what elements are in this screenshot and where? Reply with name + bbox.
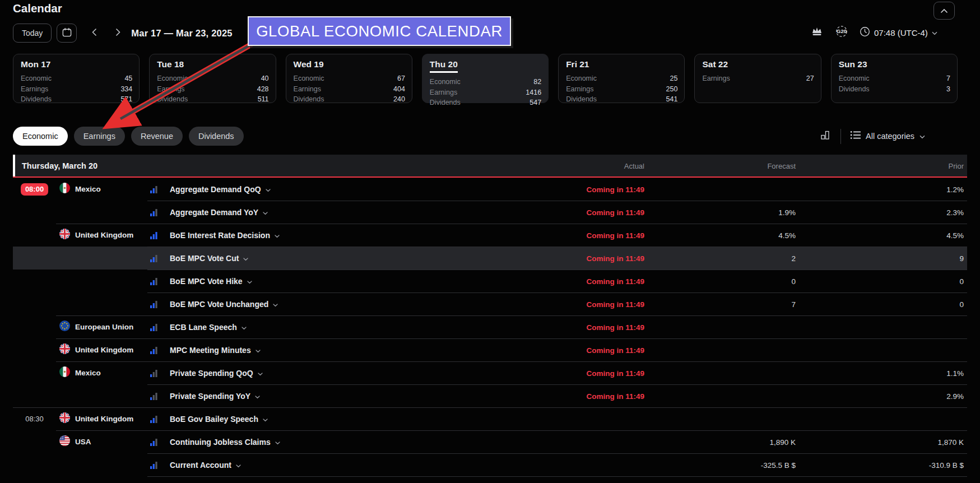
event-row[interactable]: 08:00MexicoAggregate Demand QoQComing in…	[13, 178, 967, 201]
event-name: Aggregate Demand QoQ	[170, 185, 261, 194]
region-filter-button[interactable]: G20	[834, 24, 849, 41]
importance-icon	[147, 300, 170, 308]
stat-value: 1416	[526, 87, 541, 98]
week-strip: Mon 17Economic45Earnings334Dividends571T…	[13, 54, 958, 103]
chevron-down-icon[interactable]	[273, 299, 278, 309]
event-row[interactable]: European UnionECB Lane SpeechComing in 1…	[13, 315, 967, 338]
chevron-down-icon[interactable]	[275, 437, 280, 447]
day-card-mon-17[interactable]: Mon 17Economic45Earnings334Dividends571	[13, 54, 140, 103]
chevron-down-icon[interactable]	[256, 345, 261, 355]
event-row[interactable]: BoE MPC Vote CutComing in 11:4929	[13, 247, 967, 270]
flag-usa-icon	[59, 435, 70, 448]
time-badge: 08:00	[21, 183, 48, 196]
stat-label: Economic	[294, 73, 324, 84]
country-cell: Mexico	[56, 183, 147, 196]
forecast-value: 7	[791, 300, 796, 308]
country-cell: European Union	[56, 321, 147, 333]
event-row[interactable]: 08:30United KingdomBoE Gov Bailey Speech	[13, 407, 967, 430]
stat-value: 240	[393, 94, 405, 105]
day-card-tue-18[interactable]: Tue 18Economic40Earnings428Dividends511	[149, 54, 276, 103]
filter-chip-economic[interactable]: Economic	[13, 127, 68, 146]
day-card-stat: Earnings334	[21, 84, 132, 95]
importance-icon	[147, 231, 170, 239]
chevron-down-icon	[932, 27, 937, 38]
country-cell: USA	[56, 435, 147, 448]
calendar-picker-button[interactable]	[57, 24, 77, 43]
prev-week-button[interactable]	[88, 24, 100, 42]
event-cell: ECB Lane Speech	[170, 322, 967, 332]
event-row[interactable]: BoE MPC Vote UnchangedComing in 11:4970	[13, 292, 967, 315]
chevron-down-icon[interactable]	[236, 460, 241, 470]
actual-value: Coming in 11:49	[586, 369, 644, 377]
filter-chip-revenue[interactable]: Revenue	[131, 127, 183, 146]
event-cell: Aggregate Demand QoQ	[170, 184, 967, 194]
day-card-wed-19[interactable]: Wed 19Economic67Earnings404Dividends240	[286, 54, 412, 103]
chevron-down-icon[interactable]	[255, 391, 260, 401]
event-row[interactable]: Current Account-325.5 B $-310.9 B $	[13, 453, 967, 476]
day-card-sat-22[interactable]: Sat 22Earnings27	[694, 54, 821, 103]
event-row[interactable]: United KingdomMPC Meeting MinutesComing …	[13, 338, 967, 361]
today-button[interactable]: Today	[13, 24, 52, 43]
stat-label: Dividends	[839, 84, 870, 95]
today-button-label: Today	[22, 29, 43, 38]
chevron-down-icon[interactable]	[258, 368, 263, 378]
stat-label: Economic	[839, 73, 870, 84]
chevron-down-icon[interactable]	[247, 276, 252, 286]
event-cell: BoE Gov Bailey Speech	[170, 414, 967, 424]
prior-value: 0	[959, 277, 964, 285]
categories-label: All categories	[866, 132, 914, 141]
categories-dropdown[interactable]: All categories	[850, 130, 925, 142]
event-row[interactable]: BoE MPC Vote HikeComing in 11:4900	[13, 270, 967, 292]
column-header-prior: Prior	[949, 161, 964, 170]
event-row[interactable]: MexicoPrivate Spending QoQComing in 11:4…	[13, 361, 967, 384]
importance-icon	[147, 185, 170, 193]
importance-filter-button[interactable]	[810, 25, 824, 40]
chevron-down-icon[interactable]	[243, 253, 248, 263]
actual-value: Coming in 11:49	[586, 277, 644, 285]
collapse-panel-button[interactable]	[933, 2, 955, 20]
time-label: 07:48 (UTC-4)	[874, 28, 928, 38]
actual-value: Coming in 11:49	[586, 300, 644, 308]
country-cell: Mexico	[56, 366, 147, 379]
forecast-value: 0	[791, 277, 796, 285]
importance-icon	[147, 323, 170, 331]
event-row[interactable]: Private Spending YoYComing in 11:492.9%	[13, 384, 967, 407]
forecast-value: 1,890 K	[769, 438, 796, 446]
prior-value: -310.9 B $	[929, 461, 964, 469]
chevron-down-icon[interactable]	[263, 414, 268, 424]
event-name: BoE MPC Vote Unchanged	[170, 300, 268, 309]
chevron-down-icon[interactable]	[275, 230, 280, 240]
filter-chip-label: Economic	[22, 132, 58, 141]
stat-label: Economic	[21, 73, 52, 84]
timezone-selector[interactable]: 07:48 (UTC-4)	[860, 26, 937, 39]
event-name: Private Spending QoQ	[170, 369, 253, 378]
chart-view-toggle[interactable]	[819, 129, 832, 143]
filter-chip-dividends[interactable]: Dividends	[189, 127, 244, 146]
filter-chip-label: Dividends	[198, 132, 234, 141]
country-label: Mexico	[75, 185, 101, 193]
day-card-stat: Dividends541	[566, 94, 677, 105]
chevron-down-icon[interactable]	[263, 207, 268, 217]
event-row[interactable]: United KingdomBoE Interest Rate Decision…	[13, 224, 967, 247]
importance-icon	[147, 369, 170, 377]
event-row[interactable]: USAContinuing Jobless Claims1,890 K1,870…	[13, 430, 967, 453]
crown-icon	[810, 25, 824, 40]
flag-united-kingdom-icon	[59, 343, 70, 356]
day-card-stat: Dividends547	[430, 97, 541, 108]
chevron-down-icon[interactable]	[241, 322, 247, 332]
actual-value: Coming in 11:49	[586, 323, 644, 331]
table-rows: 08:00MexicoAggregate Demand QoQComing in…	[13, 178, 967, 477]
chevron-down-icon[interactable]	[266, 184, 271, 194]
day-card-thu-20[interactable]: Thu 20Economic82Earnings1416Dividends547	[422, 54, 549, 103]
filter-chip-earnings[interactable]: Earnings	[74, 127, 125, 146]
event-name: BoE Gov Bailey Speech	[170, 415, 258, 424]
g20-label: G20	[837, 28, 847, 34]
day-card-stat: Dividends240	[294, 94, 405, 105]
day-card-fri-21[interactable]: Fri 21Economic25Earnings250Dividends541	[558, 54, 685, 103]
day-card-sun-23[interactable]: Sun 23Economic7Dividends3	[831, 54, 958, 103]
day-card-stat: Earnings27	[702, 73, 814, 84]
event-row[interactable]: Aggregate Demand YoYComing in 11:491.9%2…	[13, 201, 967, 224]
next-week-button[interactable]	[112, 24, 124, 42]
event-name: BoE MPC Vote Hike	[170, 277, 243, 286]
actual-value: Coming in 11:49	[586, 208, 644, 216]
